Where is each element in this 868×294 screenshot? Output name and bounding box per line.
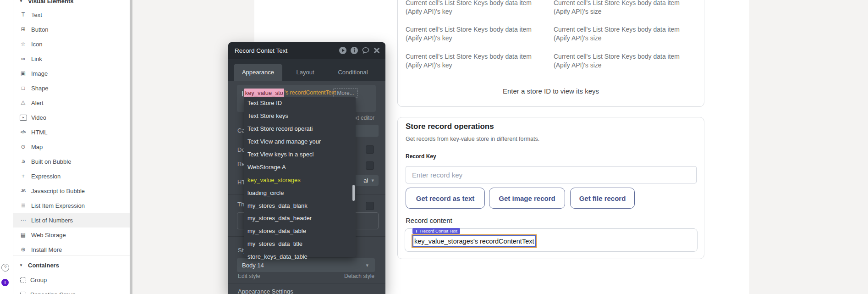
section-containers[interactable]: ▼ Containers [13, 258, 130, 272]
item-label: List Item Expression [31, 202, 85, 209]
selected-element-name: Record Contet Text [420, 228, 457, 233]
autocomplete-option[interactable]: loading_circle [244, 186, 356, 199]
item-label: Button [31, 26, 49, 33]
tab-layout[interactable]: Layout [291, 64, 319, 81]
sidebar-item-list-of-numbers[interactable]: ⋯ List of Numbers [13, 213, 130, 227]
record-key-input[interactable] [406, 166, 697, 183]
checkbox-th[interactable] [366, 202, 374, 210]
item-label: Icon [31, 41, 43, 48]
store-record-operations-card: Store record operations Get records from… [397, 117, 704, 259]
item-label: Video [31, 114, 46, 121]
help-icon[interactable]: ? [1, 264, 9, 272]
checkbox-do[interactable] [366, 145, 374, 154]
autocomplete-option[interactable]: store_keys_data_table [244, 250, 356, 263]
expression-selected-token: key_value_sto [244, 89, 284, 97]
dynamic-expression-text: key_value_storages's recordContentText [413, 238, 534, 245]
info-icon[interactable] [350, 46, 358, 55]
item-label: Map [31, 144, 43, 150]
autocomplete-option[interactable]: Text View keys in a speci [244, 148, 356, 161]
sidebar-item-video[interactable]: ▸ Video [13, 110, 130, 125]
more-button[interactable]: More... [333, 88, 358, 98]
bubble-editor-window: ? I ▼ Visual Elements T Text ⊞ Button ☆ … [0, 0, 868, 294]
expression-tail: 's recordContentText [285, 89, 336, 96]
item-label: Built on Bubble [31, 158, 71, 165]
item-label: Shape [31, 85, 49, 92]
sidebar-item-image[interactable]: ▣ Image [13, 66, 130, 81]
autocomplete-option[interactable]: Text Store record operati [244, 122, 356, 135]
autocomplete-option[interactable]: my_stores_data_blank [244, 199, 356, 212]
sidebar-item-repeating-group[interactable]: Repeating Group [13, 287, 130, 294]
sidebar-item-alert[interactable]: ⚠ Alert [13, 95, 130, 110]
item-label: Install More [31, 246, 62, 253]
sidebar-item-text[interactable]: T Text [13, 7, 130, 22]
collapse-triangle-icon: ▼ [19, 0, 24, 3]
detach-style-link[interactable]: Detach style [344, 273, 374, 279]
sidebar-item-expression[interactable]: + Expression [13, 169, 130, 183]
autocomplete-option-highlighted[interactable]: key_value_storages [244, 173, 356, 186]
autocomplete-dropdown: Text Store ID Text Store keys Text Store… [244, 97, 356, 257]
text-element-icon: T [415, 228, 418, 233]
record-content-label: Record content [406, 216, 452, 224]
bubble-logo-icon: .b [19, 159, 27, 164]
size-cell: Current cell's List Store Keys body data… [554, 25, 697, 43]
checkbox-re[interactable] [366, 161, 374, 170]
sidebar-item-list-item-expression[interactable]: ≣ List Item Expression [13, 198, 130, 213]
alert-icon: ⚠ [19, 100, 27, 105]
palette-scrollbar[interactable] [130, 0, 132, 294]
dropdown-scrollbar[interactable] [352, 185, 355, 201]
sidebar-item-built-on-bubble[interactable]: .b Built on Bubble [13, 154, 130, 169]
selected-element-chip[interactable]: T Record Contet Text [412, 228, 460, 234]
item-label: Image [31, 70, 48, 77]
item-label: Repeating Group [30, 291, 76, 294]
expression-line: [ key_value_sto 's recordContentText [242, 88, 336, 97]
video-icon: ▸ [20, 115, 27, 121]
autocomplete-option[interactable]: WebStorage A [244, 161, 356, 173]
section-label: Containers [28, 262, 59, 269]
item-label: Javascript to Bubble [31, 188, 85, 194]
autocomplete-option[interactable]: Text Store ID [244, 97, 356, 110]
sidebar-item-icon[interactable]: ☆ Icon [13, 37, 130, 51]
plus-icon: + [19, 173, 27, 179]
empty-state-message: Enter a store ID to view its keys [398, 87, 704, 95]
comment-icon[interactable] [362, 46, 370, 55]
sidebar-divider [13, 255, 130, 255]
autocomplete-option[interactable]: my_stores_data_table [244, 225, 356, 238]
autocomplete-option[interactable]: my_stores_data_header [244, 212, 356, 225]
get-record-as-text-button[interactable]: Get record as text [406, 188, 485, 209]
autocomplete-option[interactable]: Text Store keys [244, 110, 356, 122]
sidebar-item-button[interactable]: ⊞ Button [13, 22, 130, 37]
preview-play-icon[interactable] [339, 46, 347, 55]
sidebar-item-link[interactable]: ∞ Link [13, 51, 130, 66]
keys-cell: Current cell's List Store Keys body data… [406, 52, 549, 70]
chevron-down-icon: ▾ [366, 262, 368, 268]
link-icon: ∞ [19, 56, 27, 61]
sidebar-item-map[interactable]: ⊙ Map [13, 139, 130, 154]
field-label-fragment-th: Th [237, 201, 244, 208]
sidebar-item-web-storage[interactable]: ▤ Web Storage [13, 227, 130, 242]
autocomplete-option[interactable]: Text View and manage your [244, 135, 356, 148]
tab-conditional[interactable]: Conditional [335, 64, 371, 81]
chevron-down-icon: ▾ [371, 178, 374, 183]
plus-circle-icon: ⊕ [19, 247, 27, 252]
item-label: Alert [31, 100, 44, 106]
row-separator [405, 47, 698, 47]
text-icon: T [19, 12, 27, 17]
section-label: Visual Elements [28, 0, 73, 5]
close-icon[interactable] [373, 47, 380, 54]
tab-appearance[interactable]: Appearance [234, 64, 282, 81]
property-editor: Record Contet Text Appearance Layout Con… [228, 42, 385, 294]
sidebar-item-html[interactable]: </> HTML [13, 125, 130, 139]
get-image-record-button[interactable]: Get image record [489, 188, 565, 209]
avatar[interactable]: I [1, 279, 9, 286]
keys-cell: Current cell's List Store Keys body data… [406, 0, 549, 16]
sidebar-item-javascript-to-bubble[interactable]: JS Javascript to Bubble [13, 183, 130, 198]
group-icon [20, 277, 26, 283]
sidebar-item-shape[interactable]: □ Shape [13, 81, 130, 95]
button-icon: ⊞ [19, 27, 27, 32]
repeating-group-icon [20, 292, 26, 294]
sidebar-item-group[interactable]: Group [13, 272, 130, 287]
edit-style-link[interactable]: Edit style [238, 273, 260, 279]
get-file-record-button[interactable]: Get file record [570, 188, 635, 209]
selected-text-element[interactable]: key_value_storages's recordContentText [412, 235, 536, 247]
autocomplete-option[interactable]: my_stores_data_title [244, 238, 356, 250]
